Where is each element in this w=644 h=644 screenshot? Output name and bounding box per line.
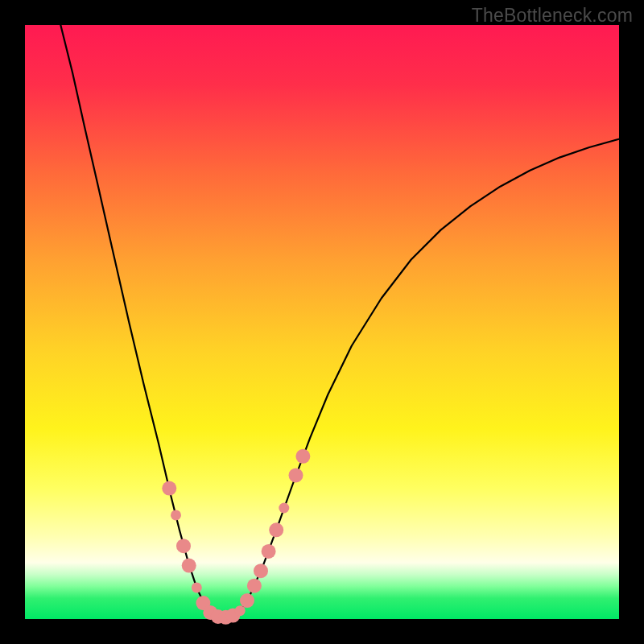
curve-marker	[247, 579, 262, 593]
curve-marker	[289, 468, 303, 482]
curve-marker	[182, 559, 196, 573]
curve-marker	[176, 539, 191, 553]
curve-marker	[192, 582, 202, 592]
curve-marker	[235, 605, 246, 616]
watermark-text: TheBottleneck.com	[472, 5, 633, 27]
curve-marker	[269, 522, 283, 537]
curve-marker	[295, 449, 310, 464]
curve-marker	[162, 481, 176, 496]
curve-marker	[171, 510, 181, 520]
curve-marker	[262, 544, 276, 559]
curve-bottleneck-curve	[60, 25, 619, 618]
curve-marker	[240, 593, 254, 608]
curve-marker	[279, 503, 289, 514]
curve-marker	[254, 564, 268, 578]
chart-frame: TheBottleneck.com	[0, 0, 644, 644]
chart-svg	[25, 25, 619, 619]
